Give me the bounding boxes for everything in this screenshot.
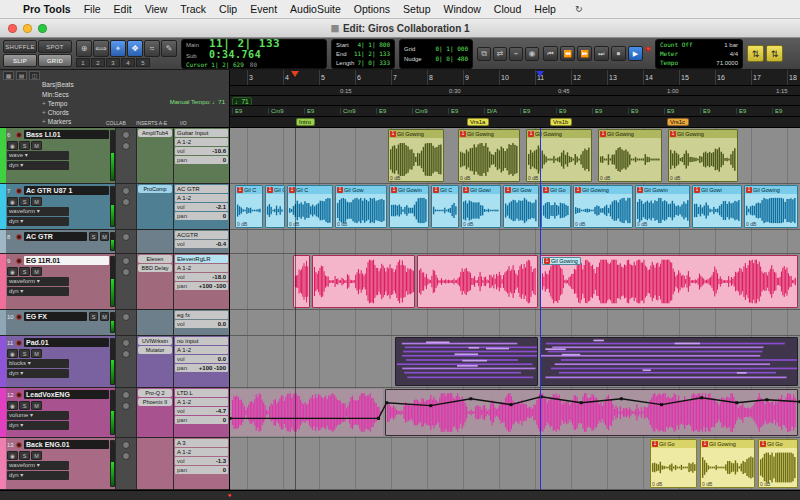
mute-button[interactable]: M [31, 401, 42, 410]
audio-clip[interactable]: 1Gil C [431, 185, 459, 228]
tempo-ruler[interactable]: ♩71 [230, 96, 800, 106]
mute-button[interactable]: M [31, 197, 42, 206]
ruler-name-bars-beats[interactable]: Bars|Beats [42, 81, 74, 88]
collab-icon[interactable] [122, 339, 130, 347]
ruler-name-tempo[interactable]: +Tempo [42, 100, 67, 107]
ruler-name-markers[interactable]: +Markers [42, 118, 71, 125]
trim-tool[interactable]: ⟺ [93, 40, 109, 57]
mode-shuffle-button[interactable]: SHUFFLE [3, 40, 37, 53]
audio-clip[interactable]: 1Gil C0 dB [287, 185, 333, 228]
io-pan[interactable]: pan0 [175, 212, 228, 220]
insert-eleven[interactable]: Eleven [138, 255, 172, 263]
audio-clip[interactable]: 1Gil Gowin [389, 185, 429, 228]
solo-button[interactable]: S [19, 349, 30, 358]
timebase-rulers[interactable]: 3456789101112131415161718 0:150:300:451:… [230, 70, 800, 127]
insert-amplitub4[interactable]: AmpliTub4 [138, 129, 172, 137]
audio-clip[interactable]: 1Gil Go0 dB [758, 439, 798, 488]
audio-clip[interactable] [230, 389, 383, 436]
tempo-label[interactable]: Tempo [660, 59, 678, 67]
midi-clip[interactable] [540, 337, 798, 386]
io-input[interactable]: ACGTR [175, 231, 228, 239]
audio-clip[interactable]: 1Gil Gowing0 dB [598, 129, 662, 182]
track-lane-pad-01[interactable] [230, 336, 800, 388]
menu-item-file[interactable]: File [84, 3, 101, 15]
timeline-area[interactable]: 1Gil Gowing0 dB1Gil Gowing0 dB1Gil Gowin… [230, 128, 800, 490]
io-input[interactable]: no input [175, 337, 228, 345]
input-monitor-button[interactable]: ◉ [7, 401, 18, 410]
audio-clip[interactable]: 1Gil Gowing [540, 255, 798, 308]
nudge-value[interactable]: 0| 0| 480 [435, 55, 468, 63]
io-volume[interactable]: vol0.0 [175, 355, 228, 363]
track-list-menu-icon-2[interactable]: ▤ [16, 71, 27, 80]
toolbar-misc-button-4[interactable]: ◉ [525, 47, 539, 61]
main-counter-display[interactable]: Main11| 2| 133 Sub0:34.764 Cursor 1| 2| … [181, 39, 327, 69]
record-enable-button[interactable] [16, 188, 22, 194]
session-display[interactable]: Count Off1 bar Meter4/4 Tempo71.0000 [655, 39, 743, 69]
io-volume[interactable]: vol-1.3 [175, 457, 228, 465]
track-name[interactable]: EG 11R.01 [24, 256, 109, 265]
insert-mutator[interactable]: Mutator [138, 346, 172, 354]
tempo-marker[interactable]: ♩71 [232, 97, 252, 106]
io-input[interactable]: AC GTR [175, 185, 228, 193]
chord-label[interactable]: E9 [664, 108, 674, 114]
menu-item-edit[interactable]: Edit [114, 3, 132, 15]
chord-label[interactable]: Cm9 [412, 108, 428, 114]
length-value[interactable]: 7| 0| 333 [357, 59, 390, 67]
zoom-preset-5[interactable]: 5 [136, 58, 150, 67]
audio-clip[interactable] [312, 255, 415, 308]
marker-vrs1c[interactable]: Vrs1c [667, 118, 689, 126]
audio-clip[interactable]: 1Gil Gow0 dB [335, 185, 387, 228]
io-volume[interactable]: vol-10.6 [175, 147, 228, 155]
marker-vrs1a[interactable]: Vrs1a [467, 118, 489, 126]
solo-button[interactable]: S [19, 141, 30, 150]
track-name[interactable]: Bass LI.01 [24, 130, 109, 139]
mode-spot-button[interactable]: SPOT [38, 40, 72, 53]
track-lane-bass-li-01[interactable]: 1Gil Gowing0 dB1Gil Gowing0 dB1Gil Gowin… [230, 128, 800, 184]
track-list-menu-icon-3[interactable]: ◫ [29, 71, 40, 80]
collab-icon[interactable] [122, 268, 130, 276]
grid-label[interactable]: Grid [404, 45, 415, 53]
track-lane-eg-11r-01[interactable]: 1Gil Gowing [230, 254, 800, 310]
menu-item-clip[interactable]: Clip [219, 3, 237, 15]
record-enable-button[interactable] [16, 132, 22, 138]
io-input[interactable]: A 3 [175, 439, 228, 447]
mode-slip-button[interactable]: SLIP [3, 54, 37, 67]
track-lane-leadvoxeng[interactable] [230, 388, 800, 438]
rewind-button[interactable]: ⏪ [560, 46, 575, 61]
input-monitor-button[interactable]: ◉ [7, 141, 18, 150]
audio-clip[interactable]: 1Gil Gowin0 dB [635, 185, 690, 228]
midi-clip[interactable] [395, 337, 538, 386]
nudge-label[interactable]: Nudge [404, 55, 422, 63]
io-output[interactable]: A 1-2 [175, 138, 228, 146]
chord-label[interactable]: E9 [592, 108, 602, 114]
track-view-selector[interactable]: waveform ▾ [7, 277, 69, 286]
solo-button[interactable]: S [19, 401, 30, 410]
chord-label[interactable]: E9 [736, 108, 746, 114]
grabber-tool[interactable]: ✥ [127, 40, 143, 57]
track-view-selector[interactable]: waveform ▾ [7, 461, 69, 470]
io-volume[interactable]: vol-0.4 [175, 240, 228, 248]
audio-clip[interactable]: 1Gil Gowi0 dB [461, 185, 501, 228]
sub-counter-value[interactable]: 0:34.764 [209, 50, 261, 60]
automation-mode-selector[interactable]: dyn ▾ [7, 161, 69, 170]
input-monitor-button[interactable]: ◉ [7, 451, 18, 460]
collab-icon[interactable] [122, 402, 130, 410]
track-name[interactable]: Ac GTR U87 1 [24, 186, 109, 195]
audio-clip[interactable]: 1Gil C0 dB [235, 185, 263, 228]
automation-mode-selector[interactable]: dyn ▾ [7, 217, 69, 226]
minimize-window-button[interactable] [23, 24, 32, 33]
io-output[interactable]: A 1-2 [175, 346, 228, 354]
menu-item-help[interactable]: Help [534, 3, 556, 15]
count-off-label[interactable]: Count Off [660, 41, 693, 49]
io-input[interactable]: eg fx [175, 311, 228, 319]
io-pan[interactable]: pan+100 -100 [175, 282, 228, 290]
goto-end-button[interactable]: ⏭ [594, 46, 609, 61]
audio-clip[interactable] [385, 389, 798, 436]
io-pan[interactable]: pan0 [175, 466, 228, 474]
audio-clip[interactable]: 1Gil Go0 dB [650, 439, 697, 488]
chord-label[interactable]: E9 [772, 108, 782, 114]
io-output[interactable]: A 1-2 [175, 398, 228, 406]
track-view-selector[interactable]: waveform ▾ [7, 207, 69, 216]
stop-button[interactable]: ⏹ [611, 46, 626, 61]
collab-icon[interactable] [122, 131, 130, 139]
